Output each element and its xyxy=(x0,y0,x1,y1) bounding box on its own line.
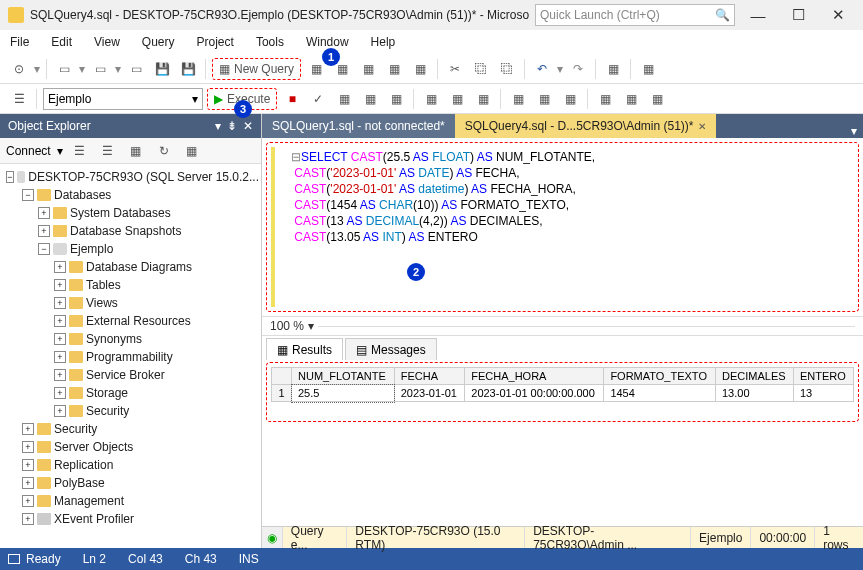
tb2-icon-13[interactable]: ▦ xyxy=(646,88,668,110)
minimize-button[interactable]: — xyxy=(741,3,775,27)
tab-sqlquery1[interactable]: SQLQuery1.sql - not connected* xyxy=(262,114,455,138)
tree-prog[interactable]: Programmability xyxy=(86,350,173,364)
tb-icon-7[interactable]: ▦ xyxy=(637,58,659,80)
back-icon[interactable]: ⊙ xyxy=(8,58,30,80)
close-pane-icon[interactable]: ✕ xyxy=(243,119,253,133)
tb2-icon-5[interactable]: ▦ xyxy=(420,88,442,110)
new-query-button[interactable]: ▦ New Query xyxy=(212,58,301,80)
tb2-icon-12[interactable]: ▦ xyxy=(620,88,642,110)
tb2-icon-2[interactable]: ▦ xyxy=(333,88,355,110)
col-fecha[interactable]: FECHA xyxy=(394,368,465,385)
zoom-value[interactable]: 100 % xyxy=(270,319,304,333)
tb-icon-5[interactable]: ▦ xyxy=(409,58,431,80)
save-icon[interactable]: 💾 xyxy=(151,58,173,80)
sql-editor[interactable]: 2 ⊟SELECT CAST(25.5 AS FLOAT) AS NUM_FLO… xyxy=(266,142,859,312)
status-db: Ejemplo xyxy=(690,527,750,548)
results-tab[interactable]: ▦Results xyxy=(266,338,343,360)
parse-icon[interactable]: ✓ xyxy=(307,88,329,110)
tb2-icon-8[interactable]: ▦ xyxy=(507,88,529,110)
tb2-icon-6[interactable]: ▦ xyxy=(446,88,468,110)
tree-srvobj[interactable]: Server Objects xyxy=(54,440,133,454)
tb2-icon-1[interactable]: ☰ xyxy=(8,88,30,110)
refresh-icon[interactable]: ↻ xyxy=(153,140,175,162)
connect-button[interactable]: Connect xyxy=(6,144,51,158)
database-select[interactable]: Ejemplo ▾ xyxy=(43,88,203,110)
tree-sec2[interactable]: Security xyxy=(54,422,97,436)
menu-query[interactable]: Query xyxy=(140,33,177,51)
menu-help[interactable]: Help xyxy=(369,33,398,51)
tree-xev[interactable]: XEvent Profiler xyxy=(54,512,134,526)
tree-views[interactable]: Views xyxy=(86,296,118,310)
tree-storage[interactable]: Storage xyxy=(86,386,128,400)
col-num-flotante[interactable]: NUM_FLOTANTE xyxy=(292,368,395,385)
cell[interactable]: 13 xyxy=(794,385,854,402)
cell[interactable]: 2023-01-01 00:00:00.000 xyxy=(465,385,604,402)
cell[interactable]: 13.00 xyxy=(716,385,794,402)
open-icon[interactable]: ▭ xyxy=(89,58,111,80)
tb2-icon-4[interactable]: ▦ xyxy=(385,88,407,110)
tree-snap[interactable]: Database Snapshots xyxy=(70,224,181,238)
menu-project[interactable]: Project xyxy=(195,33,236,51)
tb-icon-6[interactable]: ▦ xyxy=(602,58,624,80)
dropdown-icon[interactable]: ▾ xyxy=(215,119,221,133)
tree-ejemplo[interactable]: Ejemplo xyxy=(70,242,113,256)
object-explorer-pane: Object Explorer ▾ ⇟ ✕ Connect▾ ☰ ☰ ▦ ↻ ▦… xyxy=(0,114,262,548)
object-tree[interactable]: −DESKTOP-75CR93O (SQL Server 15.0.2... −… xyxy=(0,164,261,548)
tb-icon-4[interactable]: ▦ xyxy=(383,58,405,80)
cb-icon-1[interactable]: ☰ xyxy=(69,140,91,162)
tb2-icon-3[interactable]: ▦ xyxy=(359,88,381,110)
tree-repl[interactable]: Replication xyxy=(54,458,113,472)
tree-poly[interactable]: PolyBase xyxy=(54,476,105,490)
cell[interactable]: 25.5 xyxy=(292,385,395,402)
undo-icon[interactable]: ↶ xyxy=(531,58,553,80)
tab-close-icon[interactable]: ✕ xyxy=(698,121,706,132)
tb2-icon-11[interactable]: ▦ xyxy=(594,88,616,110)
folder-icon[interactable]: ▭ xyxy=(125,58,147,80)
quick-launch-input[interactable]: Quick Launch (Ctrl+Q) 🔍 xyxy=(535,4,735,26)
maximize-button[interactable]: ☐ xyxy=(781,3,815,27)
tree-server[interactable]: DESKTOP-75CR93O (SQL Server 15.0.2... xyxy=(28,170,259,184)
cell[interactable]: 1454 xyxy=(604,385,716,402)
tb-icon-3[interactable]: ▦ xyxy=(357,58,379,80)
tree-diag[interactable]: Database Diagrams xyxy=(86,260,192,274)
pin-icon[interactable]: ⇟ xyxy=(227,119,237,133)
tree-ext[interactable]: External Resources xyxy=(86,314,191,328)
close-button[interactable]: ✕ xyxy=(821,3,855,27)
results-grid[interactable]: NUM_FLOTANTE FECHA FECHA_HORA FORMATO_TE… xyxy=(266,362,859,422)
menu-view[interactable]: View xyxy=(92,33,122,51)
messages-tab[interactable]: ▤Messages xyxy=(345,338,437,360)
menu-edit[interactable]: Edit xyxy=(49,33,74,51)
tree-sysdb[interactable]: System Databases xyxy=(70,206,171,220)
tab-sqlquery4[interactable]: SQLQuery4.sql - D...5CR93O\Admin (51))*✕ xyxy=(455,114,716,138)
redo-icon[interactable]: ↷ xyxy=(567,58,589,80)
badge-1: 1 xyxy=(322,48,340,66)
new-icon[interactable]: ▭ xyxy=(53,58,75,80)
tb2-icon-7[interactable]: ▦ xyxy=(472,88,494,110)
copy-icon[interactable]: ⿻ xyxy=(470,58,492,80)
tree-mgmt[interactable]: Management xyxy=(54,494,124,508)
menu-file[interactable]: File xyxy=(8,33,31,51)
menu-tools[interactable]: Tools xyxy=(254,33,286,51)
tree-databases[interactable]: Databases xyxy=(54,188,111,202)
tree-syn[interactable]: Synonyms xyxy=(86,332,142,346)
table-row[interactable]: 1 25.5 2023-01-01 2023-01-01 00:00:00.00… xyxy=(272,385,854,402)
menu-bar: File Edit View Query Project Tools Windo… xyxy=(0,30,863,54)
col-decimales[interactable]: DECIMALES xyxy=(716,368,794,385)
cell[interactable]: 2023-01-01 xyxy=(394,385,465,402)
tb2-icon-9[interactable]: ▦ xyxy=(533,88,555,110)
tb2-icon-10[interactable]: ▦ xyxy=(559,88,581,110)
saveall-icon[interactable]: 💾 xyxy=(177,58,199,80)
col-entero[interactable]: ENTERO xyxy=(794,368,854,385)
stop-icon[interactable]: ■ xyxy=(281,88,303,110)
paste-icon[interactable]: ⿻ xyxy=(496,58,518,80)
tree-tables[interactable]: Tables xyxy=(86,278,121,292)
col-formato-texto[interactable]: FORMATO_TEXTO xyxy=(604,368,716,385)
cb-icon-3[interactable]: ▦ xyxy=(125,140,147,162)
col-fecha-hora[interactable]: FECHA_HORA xyxy=(465,368,604,385)
cb-icon-4[interactable]: ▦ xyxy=(181,140,203,162)
tree-sb[interactable]: Service Broker xyxy=(86,368,165,382)
cut-icon[interactable]: ✂ xyxy=(444,58,466,80)
tab-dropdown-icon[interactable]: ▾ xyxy=(845,124,863,138)
cb-icon-2[interactable]: ☰ xyxy=(97,140,119,162)
tree-sec[interactable]: Security xyxy=(86,404,129,418)
